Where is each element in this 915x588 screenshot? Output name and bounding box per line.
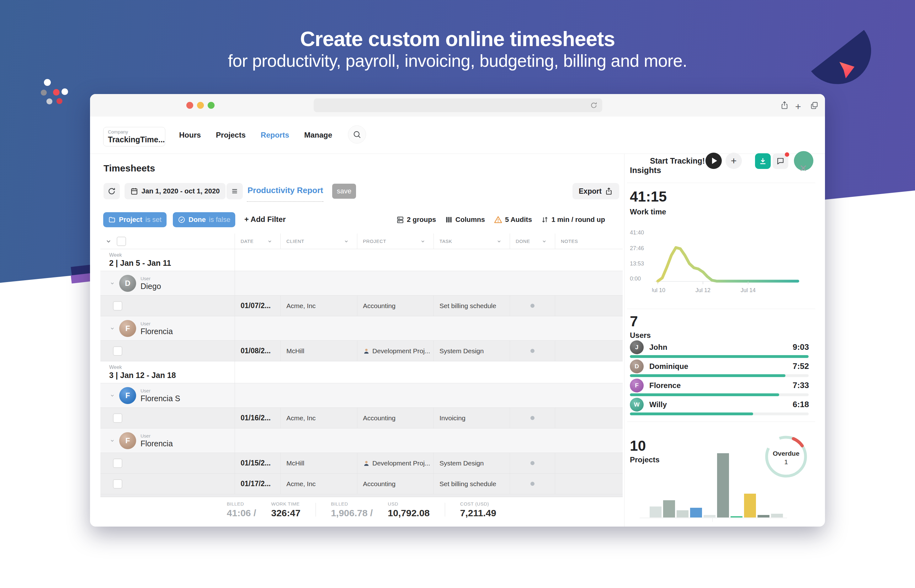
groups-icon bbox=[396, 216, 404, 224]
filter-condition: is set bbox=[146, 216, 162, 224]
page: Create custom online timesheets for prod… bbox=[0, 0, 915, 588]
total-usd: 10,792.08 bbox=[388, 508, 429, 519]
page-title: Timesheets bbox=[104, 163, 155, 174]
table-header-row: DATE CLIENT PROJECT TASK DONE bbox=[100, 234, 623, 249]
chevron-down-icon bbox=[497, 239, 502, 244]
minimize-window-button[interactable] bbox=[197, 102, 204, 109]
timesheet-entry-row[interactable]: 01/15/2... McHill Development Proj... Sy… bbox=[100, 453, 623, 473]
close-window-button[interactable] bbox=[186, 102, 193, 109]
timesheet-entry-row[interactable]: 01/16/2... Acme, Inc Accounting Invoicin… bbox=[100, 408, 623, 428]
export-button[interactable]: Export bbox=[572, 183, 619, 199]
user-group-row[interactable]: F User Florencia bbox=[100, 316, 623, 341]
audits-label: 5 Audits bbox=[505, 216, 532, 224]
filter-chip-project[interactable]: Project is set bbox=[103, 212, 167, 227]
columns-icon bbox=[445, 216, 453, 224]
start-tracking-play-button[interactable] bbox=[706, 153, 722, 169]
avatar: F bbox=[630, 379, 644, 393]
reload-icon[interactable] bbox=[590, 101, 598, 109]
user-group-row[interactable]: F User Florencia S bbox=[100, 383, 623, 408]
columns-label: Columns bbox=[455, 216, 485, 224]
download-button[interactable] bbox=[755, 153, 771, 169]
save-button[interactable]: save bbox=[332, 184, 356, 199]
column-header-date[interactable]: DATE bbox=[235, 234, 280, 249]
rounding-button[interactable]: 1 min / round up bbox=[541, 216, 605, 224]
entry-notes bbox=[555, 341, 623, 361]
decor-dot bbox=[53, 89, 60, 95]
row-checkbox[interactable] bbox=[113, 301, 122, 311]
filter-condition: is false bbox=[209, 216, 230, 224]
entry-done-cell[interactable] bbox=[510, 341, 555, 361]
audits-button[interactable]: 5 Audits bbox=[494, 215, 532, 224]
user-group-row[interactable]: F User Florencia bbox=[100, 428, 623, 453]
tab-overview-icon[interactable] bbox=[810, 101, 819, 110]
nav-item-projects[interactable]: Projects bbox=[216, 131, 246, 139]
project-bar bbox=[758, 515, 769, 517]
user-progress-bar bbox=[630, 412, 809, 415]
entry-done-cell[interactable] bbox=[510, 408, 555, 428]
chevron-down-icon[interactable] bbox=[110, 438, 115, 443]
zoom-window-button[interactable] bbox=[208, 102, 215, 109]
column-header-notes[interactable]: NOTES bbox=[555, 234, 623, 249]
date-range-button[interactable]: Jan 1, 2020 - oct 1, 2020 bbox=[125, 183, 225, 199]
columns-button[interactable]: Columns bbox=[445, 216, 485, 224]
project-bar bbox=[690, 508, 702, 517]
search-button[interactable] bbox=[348, 125, 366, 144]
column-header-task[interactable]: TASK bbox=[434, 234, 510, 249]
select-all-checkbox[interactable] bbox=[117, 237, 126, 246]
avatar: F bbox=[119, 320, 136, 337]
entry-done-cell[interactable] bbox=[510, 296, 555, 316]
decor-dot bbox=[62, 88, 68, 95]
new-tab-icon[interactable]: + bbox=[795, 101, 801, 113]
timesheet-entry-row[interactable]: 01/07/2... Acme, Inc Accounting Set bill… bbox=[100, 296, 623, 316]
chevron-down-icon[interactable] bbox=[105, 238, 112, 244]
entry-project: Development Proj... bbox=[357, 453, 434, 473]
user-name: Florencia bbox=[141, 439, 173, 448]
rounding-label: 1 min / round up bbox=[551, 216, 605, 224]
refresh-report-button[interactable] bbox=[104, 183, 120, 199]
row-checkbox[interactable] bbox=[113, 459, 122, 468]
filter-chip-done[interactable]: Done is false bbox=[173, 212, 235, 227]
add-entry-button[interactable]: + bbox=[726, 153, 742, 169]
column-header-done[interactable]: DONE bbox=[510, 234, 555, 249]
company-switcher[interactable]: Company TrackingTime... bbox=[103, 127, 165, 146]
user-group-row[interactable]: D User Diego bbox=[100, 271, 623, 296]
groups-button[interactable]: 2 groups bbox=[396, 216, 436, 224]
person-icon bbox=[363, 460, 370, 467]
nav-item-hours[interactable]: Hours bbox=[179, 131, 201, 139]
row-checkbox[interactable] bbox=[113, 479, 122, 489]
column-header-project[interactable]: PROJECT bbox=[357, 234, 434, 249]
column-header-client[interactable]: CLIENT bbox=[280, 234, 357, 249]
row-checkbox[interactable] bbox=[113, 346, 122, 356]
plus-icon: + bbox=[731, 155, 737, 167]
close-icon[interactable]: × bbox=[800, 162, 807, 174]
week-group-row: Week 3 | Jan 12 - Jan 18 bbox=[100, 361, 623, 383]
timesheet-entry-row[interactable]: 01/08/2... McHill Development Proj... Sy… bbox=[100, 341, 623, 361]
add-filter-button[interactable]: + Add Filter bbox=[245, 215, 286, 224]
total-label: BILLED bbox=[227, 501, 256, 507]
app-navbar: Company TrackingTime... Hours Projects R… bbox=[90, 116, 825, 154]
report-name-field[interactable]: Productivity Report bbox=[248, 186, 323, 195]
user-label: User bbox=[141, 433, 173, 438]
report-list-button[interactable] bbox=[227, 183, 243, 199]
report-name-underline bbox=[247, 201, 324, 202]
notifications-button[interactable] bbox=[772, 153, 788, 169]
entry-done-cell[interactable] bbox=[510, 453, 555, 473]
entry-done-cell[interactable] bbox=[510, 473, 555, 494]
user-label: User bbox=[141, 276, 161, 281]
share-icon[interactable] bbox=[780, 101, 789, 110]
projects-bar-chart bbox=[649, 453, 785, 517]
week-title: 2 | Jan 5 - Jan 11 bbox=[109, 258, 235, 268]
nav-item-reports[interactable]: Reports bbox=[261, 131, 289, 139]
row-checkbox[interactable] bbox=[113, 414, 122, 423]
clipped-row bbox=[100, 494, 623, 497]
project-bar bbox=[704, 515, 716, 517]
chevron-down-icon[interactable] bbox=[110, 281, 115, 286]
nav-item-manage[interactable]: Manage bbox=[304, 131, 332, 139]
user-label: User bbox=[141, 388, 180, 393]
chevron-down-icon[interactable] bbox=[110, 326, 115, 331]
address-bar[interactable] bbox=[314, 99, 602, 112]
person-icon bbox=[363, 347, 370, 354]
chevron-down-icon[interactable] bbox=[110, 393, 115, 398]
timesheet-entry-row[interactable]: 01/17/2... Acme, Inc Accounting Set bill… bbox=[100, 473, 623, 494]
user-name: Florencia S bbox=[141, 394, 180, 403]
